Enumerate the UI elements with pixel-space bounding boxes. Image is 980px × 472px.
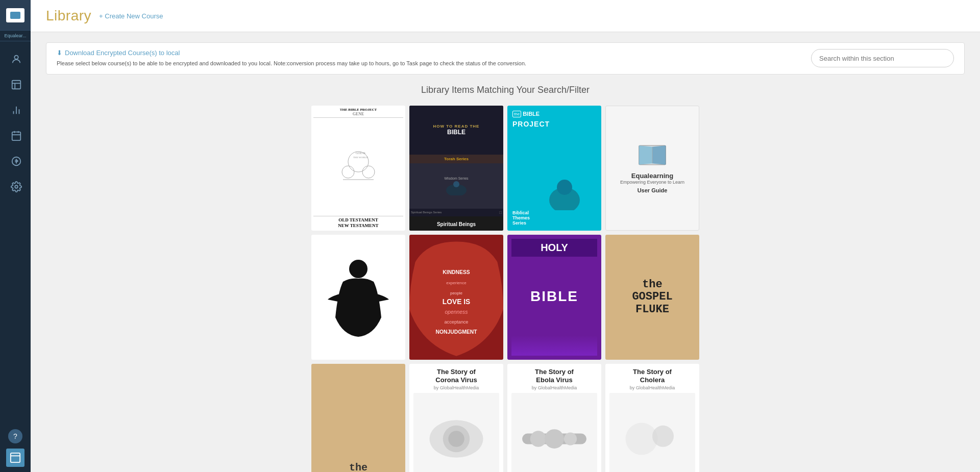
svg-point-24 [557,180,572,195]
ebola-image [511,393,597,472]
section-title: Library Items Matching Your Search/Filte… [46,85,965,95]
download-info: ⬇ Download Encrypted Course(s) to local … [57,49,801,68]
analytics-icon [11,105,22,116]
download-icon: ⬇ [57,49,62,57]
sidebar-brand-text: Equalear... [0,31,31,41]
calendar-icon [11,130,22,141]
card-top-section: HOW TO READ THE BIBLE [409,106,503,155]
svg-text:GOD &: GOD & [356,152,365,155]
cholera-title: The Story of Cholera [609,368,695,384]
svg-point-29 [349,260,368,278]
sidebar-bottom: ? [0,429,31,472]
courses-icon [11,79,22,90]
svg-point-22 [453,181,459,187]
svg-point-16 [342,166,354,178]
card-spiritual: Spiritual Beings Series □ [409,209,503,216]
svg-point-15 [348,152,369,172]
equalearning-title: Equalearning [631,172,673,180]
user-icon [11,54,22,65]
course-gospel-fluke[interactable]: theGOSPELFLUKE [605,235,699,360]
corona-image [413,393,499,472]
sidebar-logo[interactable] [0,0,31,31]
svg-point-17 [362,166,375,178]
course-jesus-silhouette[interactable] [311,235,405,360]
bible-decoration [511,335,597,356]
svg-rect-7 [12,132,20,141]
download-description: Please select below course(s) to be able… [57,59,801,68]
gospel-title-text: theGOSPELFLUKE [632,279,672,316]
equalearning-guide-label: User Guide [638,187,668,193]
card-mid-area: GOD & THE WORLD [313,118,403,216]
cholera-image [609,393,695,472]
equalearning-book-icon [637,142,668,168]
jesus-silhouette-icon [328,256,389,338]
svg-text:openness: openness [445,309,468,315]
course-corona-virus[interactable]: The Story of Corona Virus by GlobalHealt… [409,364,503,472]
course-cholera[interactable]: The Story of Cholera by GlobalHealthMedi… [605,364,699,472]
bible-label: BIBLE [511,258,597,335]
main-content: Library + Create New Course ⬇ Download E… [31,0,980,472]
course-ebola-virus[interactable]: The Story of Ebola Virus by GlobalHealth… [507,364,601,472]
book-title-text: theBOOK [346,462,371,472]
logo-icon [6,8,24,22]
search-input[interactable] [811,49,954,67]
sidebar-item-billing[interactable] [0,148,31,174]
svg-point-39 [448,431,464,447]
course-the-book[interactable]: theBOOK [311,364,405,472]
header: Library + Create New Course [31,0,980,32]
sidebar-item-calendar[interactable] [0,123,31,148]
ebola-title: The Story of Ebola Virus [511,368,597,384]
search-box [811,49,954,67]
svg-point-41 [530,431,546,447]
course-equalearning-guide[interactable]: Equalearning Empowering Everyone to Lear… [605,106,699,231]
svg-point-45 [652,426,674,447]
svg-point-42 [545,430,564,449]
course-holy-bible[interactable]: HOLY BIBLE [507,235,601,360]
card-wisdom: Wisdom Series [409,163,503,209]
content-area: ⬇ Download Encrypted Course(s) to local … [31,32,980,472]
holy-label: HOLY [511,239,597,257]
love-is-figure-icon: KINDNESS experience people LOVE IS openn… [409,235,503,360]
equalearning-subtitle: Empowering Everyone to Learn [620,180,684,185]
card-top-text: THE BIBLE PROJECTGENE [313,108,403,118]
corona-by: by GlobalHealthMedia [413,385,499,390]
svg-rect-13 [11,453,20,462]
card-bottom-text: OLD TESTAMENTNEW TESTAMENT [313,216,403,229]
svg-rect-1 [12,81,20,89]
card-spiritual-title: Spiritual Beings [409,216,503,231]
page-title: Library [46,8,91,24]
help-button[interactable]: ? [8,429,22,443]
create-new-course-link[interactable]: + Create New Course [99,12,163,20]
sidebar: Equalear... [0,0,31,472]
course-how-to-read[interactable]: HOW TO READ THE BIBLE Torah Series Wisdo… [409,106,503,231]
sidebar-item-settings[interactable] [0,174,31,200]
svg-text:NONJUDGMENT: NONJUDGMENT [436,329,478,335]
corona-title: The Story of Corona Virus [413,368,499,384]
sidebar-item-analytics[interactable] [0,97,31,123]
svg-point-43 [564,433,577,445]
sidebar-item-user[interactable] [0,46,31,72]
ebola-by: by GlobalHealthMedia [511,385,597,390]
svg-point-0 [14,56,18,59]
course-love-is[interactable]: KINDNESS experience people LOVE IS openn… [409,235,503,360]
download-bar: ⬇ Download Encrypted Course(s) to local … [46,42,965,74]
svg-marker-26 [652,145,666,165]
billing-icon [11,156,22,167]
cholera-by: by GlobalHealthMedia [609,385,695,390]
svg-text:acceptance: acceptance [444,319,468,325]
card-torah: Torah Series [409,155,503,163]
courses-grid: THE BIBLE PROJECTGENE GOD & THE WORLD OL… [311,106,699,473]
course-biblical-themes[interactable]: the BIBLE PROJECT BiblicalThemesSeries [507,106,601,231]
avatar-icon [10,452,21,463]
sidebar-item-courses[interactable] [0,72,31,97]
svg-text:experience: experience [446,281,467,285]
card-sub-title: BiblicalThemesSeries [512,210,596,226]
svg-point-12 [15,185,18,188]
svg-marker-27 [639,145,652,165]
settings-icon [11,181,22,192]
sidebar-nav [0,41,31,429]
course-bible-old-new[interactable]: THE BIBLE PROJECTGENE GOD & THE WORLD OL… [311,106,405,231]
bp-image-area [512,128,596,210]
download-link[interactable]: ⬇ Download Encrypted Course(s) to local [57,49,801,57]
avatar[interactable] [6,449,24,467]
